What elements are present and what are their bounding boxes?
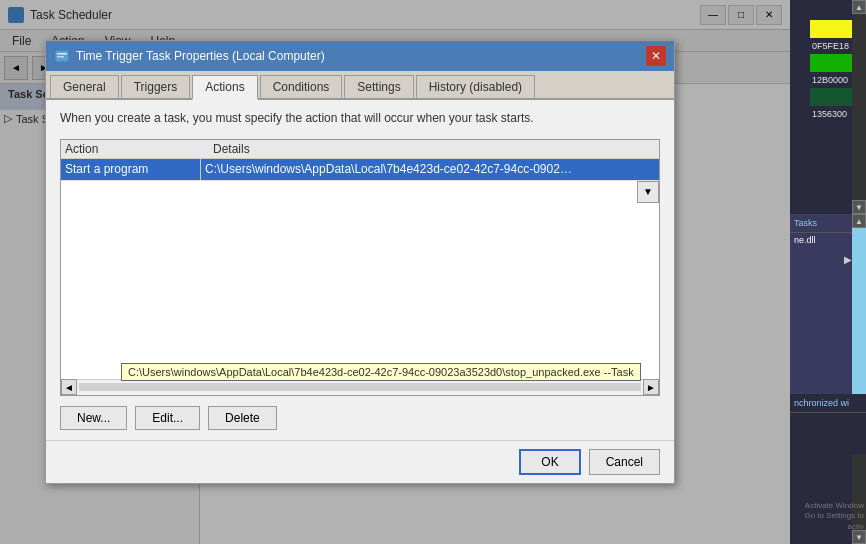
tab-general[interactable]: General bbox=[50, 75, 119, 98]
right-panel: 0F5FE18 12B0000 1356300 ▲ ▼ Tasks ne.dll… bbox=[790, 0, 866, 544]
scroll-down-btn-top[interactable]: ▼ bbox=[852, 200, 866, 214]
cancel-button[interactable]: Cancel bbox=[589, 449, 660, 475]
right-arrow-icon: ▶ bbox=[844, 254, 852, 265]
activate-windows-text: Activate Window Go to Settings to activ bbox=[790, 499, 866, 534]
table-row[interactable]: Start a program C:\Users\windows\AppData… bbox=[61, 159, 659, 181]
right-middle-scrollbar: ▲ bbox=[852, 214, 866, 394]
tab-actions[interactable]: Actions bbox=[192, 75, 257, 100]
svg-rect-2 bbox=[57, 56, 64, 58]
scroll-up-btn[interactable]: ▲ bbox=[852, 0, 866, 14]
tab-history[interactable]: History (disabled) bbox=[416, 75, 535, 98]
scroll-left-btn[interactable]: ◄ bbox=[61, 379, 77, 395]
tab-conditions[interactable]: Conditions bbox=[260, 75, 343, 98]
dialog-title: Time Trigger Task Properties (Local Comp… bbox=[76, 49, 640, 63]
table-header: Action Details bbox=[61, 140, 659, 159]
dialog-description: When you create a task, you must specify… bbox=[60, 110, 660, 127]
dialog-titlebar: Time Trigger Task Properties (Local Comp… bbox=[46, 41, 674, 71]
svg-rect-1 bbox=[57, 53, 67, 55]
right-bottom: nchronized wi ▼ Activate Window Go to Se… bbox=[790, 394, 866, 544]
dropdown-button[interactable]: ▼ bbox=[637, 181, 659, 203]
details-tooltip: C:\Users\windows\AppData\Local\7b4e423d-… bbox=[121, 363, 641, 381]
tab-settings[interactable]: Settings bbox=[344, 75, 413, 98]
tab-triggers[interactable]: Triggers bbox=[121, 75, 191, 98]
right-scrollbar: ▲ ▼ bbox=[852, 0, 866, 214]
cell-details: C:\Users\windows\AppData\Local\7b4e423d-… bbox=[201, 159, 581, 180]
dialog-bottom: OK Cancel bbox=[46, 440, 674, 483]
task-item-text: ne.dll bbox=[794, 235, 816, 245]
dialog-footer: New... Edit... Delete bbox=[60, 406, 660, 430]
col-details: Details bbox=[205, 142, 250, 156]
dialog-close-button[interactable]: ✕ bbox=[646, 46, 666, 66]
dialog-body: When you create a task, you must specify… bbox=[46, 100, 674, 440]
scroll-right-btn[interactable]: ► bbox=[643, 379, 659, 395]
edit-button[interactable]: Edit... bbox=[135, 406, 200, 430]
dialog-icon bbox=[54, 48, 70, 64]
cell-action: Start a program bbox=[61, 159, 201, 180]
actions-table: Action Details Start a program C:\Users\… bbox=[60, 139, 660, 396]
sync-text: nchronized wi bbox=[790, 394, 866, 413]
new-button[interactable]: New... bbox=[60, 406, 127, 430]
properties-dialog: Time Trigger Task Properties (Local Comp… bbox=[45, 40, 675, 484]
scroll-track bbox=[852, 14, 866, 200]
table-scrollbar: ◄ ► bbox=[61, 379, 659, 395]
dialog-tabs: General Triggers Actions Conditions Sett… bbox=[46, 71, 674, 100]
scrollbar-track[interactable] bbox=[79, 383, 641, 391]
right-middle: Tasks ne.dll ▶ ▲ bbox=[790, 214, 866, 394]
scroll-thumb-mid bbox=[852, 228, 866, 394]
sync-label: nchronized wi bbox=[794, 398, 849, 408]
delete-button[interactable]: Delete bbox=[208, 406, 277, 430]
ok-button[interactable]: OK bbox=[519, 449, 580, 475]
right-top: 0F5FE18 12B0000 1356300 ▲ ▼ bbox=[790, 0, 866, 214]
table-body: Start a program C:\Users\windows\AppData… bbox=[61, 159, 659, 379]
scroll-up-mid[interactable]: ▲ bbox=[852, 214, 866, 228]
col-action: Action bbox=[65, 142, 205, 156]
